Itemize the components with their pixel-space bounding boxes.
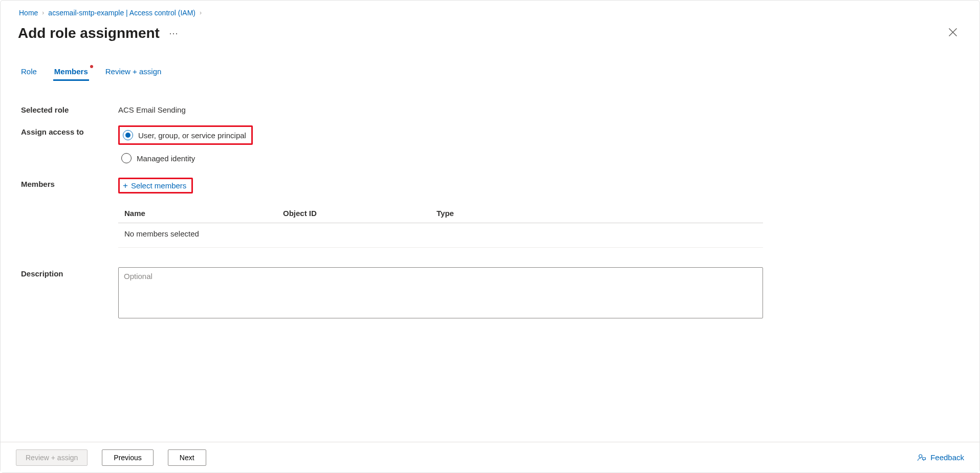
select-members-label: Select members	[131, 181, 186, 190]
radio-label: User, group, or service principal	[138, 131, 246, 140]
tab-review-assign[interactable]: Review + assign	[105, 67, 162, 81]
assign-access-radio-group: User, group, or service principal Manage…	[118, 125, 763, 166]
tab-members[interactable]: Members	[54, 67, 88, 81]
description-label: Description	[21, 267, 118, 278]
review-assign-button[interactable]: Review + assign	[16, 449, 88, 466]
radio-icon	[123, 130, 133, 140]
members-label: Members	[21, 178, 118, 188]
svg-point-2	[919, 455, 922, 458]
close-button[interactable]	[948, 27, 960, 39]
tab-role[interactable]: Role	[21, 67, 37, 81]
breadcrumb-resource[interactable]: acsemail-smtp-example | Access control (…	[48, 9, 195, 17]
description-input[interactable]	[118, 267, 763, 318]
radio-label: Managed identity	[137, 154, 195, 163]
column-header-object-id: Object ID	[283, 209, 437, 218]
members-table: Name Object ID Type No members selected	[118, 209, 763, 248]
feedback-icon	[917, 453, 926, 462]
select-members-button[interactable]: + Select members	[123, 181, 186, 190]
selected-role-label: Selected role	[21, 103, 118, 114]
column-header-name: Name	[124, 209, 283, 218]
members-empty-row: No members selected	[118, 223, 763, 248]
next-button[interactable]: Next	[168, 449, 206, 466]
breadcrumb-home[interactable]: Home	[19, 9, 38, 17]
chevron-right-icon: ›	[42, 9, 44, 16]
feedback-link[interactable]: Feedback	[917, 453, 964, 462]
radio-user-group-service-principal[interactable]: User, group, or service principal	[118, 125, 253, 145]
tab-members-label: Members	[54, 67, 88, 76]
plus-icon: +	[123, 181, 128, 190]
close-icon	[948, 27, 958, 37]
selected-role-value: ACS Email Sending	[118, 103, 763, 114]
column-header-type: Type	[437, 209, 757, 218]
chevron-right-icon: ›	[200, 9, 202, 16]
previous-button[interactable]: Previous	[102, 449, 153, 466]
footer-bar: Review + assign Previous Next Feedback	[1, 442, 979, 472]
more-actions-button[interactable]: ⋯	[167, 26, 181, 41]
tabs: Role Members Review + assign	[21, 67, 964, 81]
feedback-label: Feedback	[930, 453, 964, 462]
radio-icon	[121, 153, 132, 163]
radio-managed-identity[interactable]: Managed identity	[118, 150, 763, 166]
page-title: Add role assignment	[18, 25, 160, 41]
assign-access-label: Assign access to	[21, 125, 118, 136]
breadcrumb: Home › acsemail-smtp-example | Access co…	[19, 9, 964, 17]
tab-indicator-dot	[90, 65, 93, 68]
